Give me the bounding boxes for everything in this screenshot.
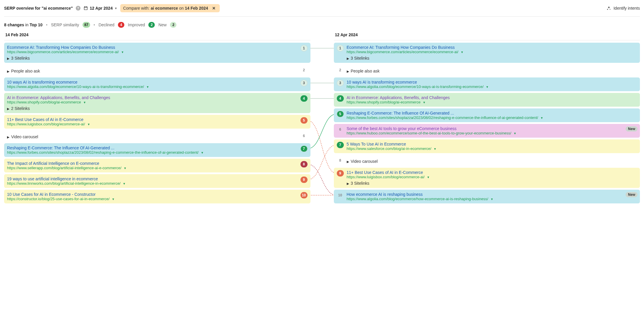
serp-feature-label[interactable]: ▶People also ask xyxy=(347,69,637,73)
serp-row[interactable]: 6Some of the best AI tools to grow your … xyxy=(334,124,640,138)
rank-badge: 4 xyxy=(337,95,344,102)
result-title[interactable]: 10 ways AI is transforming ecommerce xyxy=(347,80,637,84)
result-title[interactable]: Ecommerce AI: Transforming How Companies… xyxy=(7,45,298,50)
result-url[interactable]: https://www.algolia.com/blog/ecommerce/1… xyxy=(7,84,298,89)
improved-label: Improved xyxy=(128,23,145,27)
result-url[interactable]: https://www.bigcommerce.com/articles/eco… xyxy=(347,50,637,54)
result-title[interactable]: The Impact of Artificial Intelligence on… xyxy=(7,161,298,166)
result-title[interactable]: AI in Ecommerce: Applications, Benefits,… xyxy=(7,95,298,100)
compare-prefix: Compare with: xyxy=(123,6,151,11)
serp-row[interactable]: 10How ecommerce AI is reshaping business… xyxy=(334,190,640,203)
chevron-down-icon: ▼ xyxy=(123,182,126,185)
result-url[interactable]: https://www.sellerapp.com/blog/artificia… xyxy=(7,166,298,170)
serp-row[interactable]: 310 ways AI is transforming ecommercehtt… xyxy=(334,77,640,91)
summary-bar: 8 changes in Top 10 • SERP similarity 87… xyxy=(4,17,640,32)
result-url[interactable]: https://www.forbes.com/sites/shoplazza/2… xyxy=(347,115,637,120)
serp-row-body: AI in Ecommerce: Applications, Benefits,… xyxy=(7,95,298,111)
result-url[interactable]: https://www.algolia.com/blog/ecommerce/h… xyxy=(347,197,637,201)
serp-row[interactable]: 911+ Best Use Cases of AI in E-Commerceh… xyxy=(334,168,640,188)
result-title[interactable]: 11+ Best Use Cases of AI in E-Commerce xyxy=(347,170,637,175)
serp-row[interactable]: 8▶Video carousel xyxy=(334,155,640,166)
serp-row[interactable]: 8The Impact of Artificial Intelligence o… xyxy=(4,159,310,172)
result-title[interactable]: 19 ways to use artificial intelligence i… xyxy=(7,177,298,181)
serp-row[interactable]: 2▶People also ask xyxy=(4,65,310,76)
rank-badge: 10 xyxy=(300,192,308,198)
date-picker[interactable]: 12 Apr 2024 ▼ xyxy=(83,6,117,11)
sitelinks-toggle[interactable]: ▶2 Sitelinks xyxy=(7,106,298,111)
sitelinks-toggle[interactable]: ▶3 Sitelinks xyxy=(7,56,298,60)
changes-count: 8 changes xyxy=(4,23,24,27)
date-picker-label: 12 Apr 2024 xyxy=(90,6,113,11)
serp-row[interactable]: 75 Ways To Use AI in Ecommercehttps://ww… xyxy=(334,139,640,153)
declined-label: Declined xyxy=(99,23,114,27)
result-title[interactable]: Some of the best AI tools to grow your e… xyxy=(347,126,637,131)
similarity-value: 87 xyxy=(83,22,90,28)
chevron-down-icon: ▼ xyxy=(123,167,126,170)
serp-row[interactable]: 6▶Video carousel xyxy=(4,130,310,141)
rank-badge: 10 xyxy=(337,192,344,198)
result-url[interactable]: https://www.luigisbox.com/blog/ecommerce… xyxy=(347,175,637,179)
serp-row-body: ▶Video carousel xyxy=(347,157,637,164)
rank-badge: 2 xyxy=(300,67,308,73)
serp-row[interactable]: 5Reshaping E-Commerce: The Influence Of … xyxy=(334,108,640,122)
serp-row-body: 5 Ways To Use AI in Ecommercehttps://www… xyxy=(347,142,637,151)
serp-row[interactable]: 919 ways to use artificial intelligence … xyxy=(4,174,310,188)
close-compare-button[interactable]: ✕ xyxy=(211,6,217,11)
serp-row[interactable]: 1Ecommerce AI: Transforming How Companie… xyxy=(334,43,640,63)
sitelinks-toggle[interactable]: ▶3 Sitelinks xyxy=(347,181,637,186)
result-title[interactable]: AI in Ecommerce: Applications, Benefits,… xyxy=(347,95,637,100)
serp-row[interactable]: 2▶People also ask xyxy=(334,65,640,76)
serp-row[interactable]: 1Ecommerce AI: Transforming How Companie… xyxy=(4,43,310,63)
rank-badge: 1 xyxy=(300,45,308,51)
chevron-down-icon: ▼ xyxy=(486,85,489,89)
result-url[interactable]: https://www.salesforce.com/blog/ai-in-ec… xyxy=(347,146,637,151)
result-title[interactable]: Ecommerce AI: Transforming How Companies… xyxy=(347,45,637,50)
result-url[interactable]: https://www.algolia.com/blog/ecommerce/1… xyxy=(347,84,637,89)
chevron-down-icon: ▼ xyxy=(427,176,430,179)
rank-badge: 5 xyxy=(300,117,308,124)
result-url[interactable]: https://www.linnworks.com/blog/artificia… xyxy=(7,181,298,186)
sparkle-icon xyxy=(607,6,611,11)
serp-row-body: How ecommerce AI is reshaping businessht… xyxy=(347,192,637,201)
right-column: 12 Apr 2024 1Ecommerce AI: Transforming … xyxy=(334,32,640,203)
chevron-down-icon: ▼ xyxy=(490,198,493,201)
result-url[interactable]: https://www.luigisbox.com/blog/ecommerce… xyxy=(7,122,298,126)
serp-row[interactable]: 7Reshaping E-Commerce: The Influence Of … xyxy=(4,143,310,157)
serp-row[interactable]: 310 ways AI is transforming ecommercehtt… xyxy=(4,77,310,91)
result-title[interactable]: How ecommerce AI is reshaping business xyxy=(347,192,637,197)
result-title[interactable]: 11+ Best Use Cases of AI in E-Commerce xyxy=(7,117,298,122)
result-url[interactable]: https://www.shopify.com/blog/ai-ecommerc… xyxy=(347,100,637,104)
result-url[interactable]: https://www.shopify.com/blog/ai-ecommerc… xyxy=(7,100,298,104)
serp-row[interactable]: 511+ Best Use Cases of AI in E-Commerceh… xyxy=(4,115,310,129)
columns: 14 Feb 2024 1Ecommerce AI: Transforming … xyxy=(4,32,640,203)
result-url[interactable]: https://www.forbes.com/sites/shoplazza/2… xyxy=(7,150,298,155)
result-title[interactable]: 10 Use Cases for AI in Ecommerce - Const… xyxy=(7,192,298,197)
serp-row[interactable]: 4AI in Ecommerce: Applications, Benefits… xyxy=(334,93,640,107)
result-title[interactable]: Reshaping E-Commerce: The Influence Of A… xyxy=(347,111,637,115)
left-column: 14 Feb 2024 1Ecommerce AI: Transforming … xyxy=(4,32,310,203)
chevron-down-icon: ▼ xyxy=(87,123,90,126)
right-column-header: 12 Apr 2024 xyxy=(334,32,640,40)
identify-intents-button[interactable]: Identify intents xyxy=(607,6,640,11)
serp-row-body: 19 ways to use artificial intelligence i… xyxy=(7,177,298,186)
sitelinks-toggle[interactable]: ▶3 Sitelinks xyxy=(347,56,637,60)
chevron-down-icon: ▼ xyxy=(112,198,115,201)
rank-badge: 1 xyxy=(337,45,344,51)
help-icon[interactable]: ? xyxy=(76,6,80,11)
result-title[interactable]: Reshaping E-Commerce: The Influence Of A… xyxy=(7,146,298,150)
serp-row-body: Ecommerce AI: Transforming How Companies… xyxy=(347,45,637,60)
compare-date: 14 Feb 2024 xyxy=(185,6,208,11)
serp-feature-label[interactable]: ▶People also ask xyxy=(7,69,298,73)
result-url[interactable]: https://www.huboo.com/ecommerce/some-of-… xyxy=(347,131,637,135)
serp-feature-label[interactable]: ▶Video carousel xyxy=(7,134,298,139)
serp-row[interactable]: 1010 Use Cases for AI in Ecommerce - Con… xyxy=(4,190,310,203)
serp-row[interactable]: 4AI in Ecommerce: Applications, Benefits… xyxy=(4,93,310,113)
rank-badge: 6 xyxy=(300,133,308,139)
result-url[interactable]: https://constructor.io/blog/25-use-cases… xyxy=(7,197,298,201)
serp-row-body: 10 ways AI is transforming ecommercehttp… xyxy=(7,80,298,89)
result-url[interactable]: https://www.bigcommerce.com/articles/eco… xyxy=(7,50,298,54)
result-title[interactable]: 5 Ways To Use AI in Ecommerce xyxy=(347,142,637,146)
result-title[interactable]: 10 ways AI is transforming ecommerce xyxy=(7,80,298,84)
chevron-down-icon: ▼ xyxy=(121,51,124,54)
serp-feature-label[interactable]: ▶Video carousel xyxy=(347,159,637,164)
